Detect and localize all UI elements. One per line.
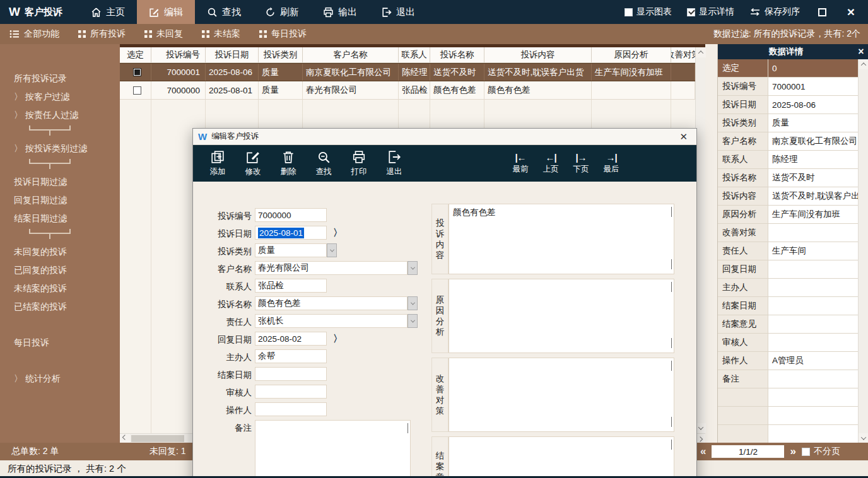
nav-unclosed[interactable]: 未结案 [192, 28, 250, 40]
scroll-down-icon[interactable] [859, 433, 868, 443]
cause-analysis-textarea[interactable] [449, 279, 674, 353]
detail-row[interactable]: 备注 [718, 370, 859, 388]
complaint-no-input[interactable]: 7000000 [255, 208, 327, 222]
detail-row[interactable]: 联系人 陈经理 [718, 151, 859, 169]
responsible-person-dropdown-icon[interactable] [408, 314, 418, 328]
print-button[interactable]: 打印 [344, 150, 373, 177]
scroll-up-icon[interactable] [671, 440, 672, 450]
table-row[interactable]: 7000000 2025-08-01 质量 春光有限公司 张品检 颜色有色差 颜… [120, 81, 695, 100]
find-button[interactable]: 查找 [309, 150, 338, 177]
nav-next-button[interactable]: |→ 下页 [570, 152, 592, 175]
scroll-up-icon[interactable] [671, 361, 672, 371]
modify-button[interactable]: 修改 [238, 150, 267, 177]
reply-date-input[interactable]: 2025-08-02 [255, 332, 327, 346]
menu-output[interactable]: 输出 [311, 0, 369, 24]
detail-row[interactable]: 回复日期 [718, 260, 859, 279]
column-header[interactable]: 投诉内容 [484, 47, 592, 62]
row-select-checkbox[interactable] [133, 86, 141, 95]
dialog-close-icon[interactable]: ✕ [676, 131, 691, 143]
close-button[interactable]: × [844, 5, 858, 19]
sidebar-item[interactable] [0, 228, 120, 243]
sidebar-item[interactable]: 〉 统计分析 [0, 370, 120, 388]
detail-vertical-scrollbar[interactable] [858, 59, 868, 443]
scroll-left-icon[interactable] [120, 434, 130, 443]
complaint-title-dropdown-icon[interactable] [408, 296, 418, 310]
page-prev-icon[interactable]: « [700, 445, 706, 458]
nav-all-complaints[interactable]: 所有投诉 [69, 28, 135, 40]
sidebar-item[interactable]: 结案日期过滤 [0, 209, 120, 228]
detail-row[interactable] [718, 388, 859, 407]
menu-home[interactable]: 主页 [79, 0, 137, 24]
maximize-button[interactable] [815, 5, 829, 19]
complaint-title-input[interactable]: 颜色有色差 [255, 296, 408, 310]
page-next-icon[interactable]: » [790, 445, 795, 458]
detail-row[interactable]: 选定 0 [718, 59, 859, 78]
detail-row[interactable]: 结案日期 [718, 297, 859, 315]
show-chart-checkbox[interactable] [625, 8, 633, 16]
sidebar-item[interactable]: 已回复的投诉 [0, 261, 120, 279]
toggle-show-detail[interactable]: 显示详情 [687, 6, 734, 18]
detail-row[interactable]: 客户名称 南京夏联化工有限公司 [718, 132, 859, 151]
nav-first-button[interactable]: |← 最前 [510, 152, 531, 175]
sidebar-item[interactable]: 〉 按投诉类别过滤 [0, 139, 120, 158]
detail-close-icon[interactable]: × [854, 46, 868, 57]
improvement-textarea[interactable] [449, 358, 674, 432]
exit-button[interactable]: 退出 [380, 150, 409, 177]
no-paging-checkbox[interactable] [802, 448, 810, 456]
remarks-textarea[interactable] [255, 420, 411, 478]
menu-refresh[interactable]: 刷新 [253, 0, 311, 24]
row-select-checkbox[interactable] [133, 68, 141, 76]
no-paging-toggle[interactable]: 不分页 [802, 446, 840, 457]
date-picker-arrow-icon[interactable]: 〉 [333, 227, 343, 239]
detail-row[interactable]: 审核人 [718, 334, 859, 352]
column-header[interactable]: 原因分析 [592, 47, 671, 62]
menu-find[interactable]: 查找 [195, 0, 253, 24]
detail-row[interactable]: 改善对策 [718, 224, 859, 242]
detail-row[interactable]: 责任人 生产车间 [718, 242, 859, 260]
toggle-show-chart[interactable]: 显示图表 [625, 6, 672, 18]
responsible-person-input[interactable]: 张机长 [255, 314, 408, 328]
column-header[interactable]: 改善对策 [671, 47, 695, 62]
menu-exit[interactable]: 退出 [369, 0, 427, 24]
column-header[interactable]: 投诉日期 [206, 47, 259, 62]
show-detail-checkbox[interactable] [687, 8, 695, 16]
close-date-input[interactable] [255, 367, 327, 381]
sidebar-item[interactable]: 〉 按责任人过滤 [0, 106, 120, 124]
detail-row[interactable]: 投诉内容 送货不及时,耽误客户出货 [718, 187, 859, 206]
detail-row[interactable]: 投诉编号 7000001 [718, 78, 859, 96]
detail-row[interactable]: 投诉日期 2025-08-06 [718, 96, 859, 114]
sidebar-item[interactable]: 每日投诉 [0, 334, 120, 352]
date-picker-arrow-icon[interactable]: 〉 [333, 333, 343, 345]
scroll-up-icon[interactable] [408, 424, 408, 433]
sidebar-item[interactable]: 回复日期过滤 [0, 191, 120, 209]
detail-row[interactable]: 主办人 [718, 279, 859, 297]
sidebar-item[interactable] [0, 316, 120, 334]
sidebar-item[interactable] [0, 124, 120, 139]
customer-name-dropdown-icon[interactable] [408, 261, 418, 275]
customer-name-input[interactable]: 春光有限公司 [255, 261, 408, 275]
nav-all-functions[interactable]: 全部功能 [0, 28, 69, 40]
organizer-input[interactable]: 余帮 [255, 349, 327, 363]
scroll-down-icon[interactable] [696, 423, 706, 433]
detail-row[interactable]: 投诉类别 质量 [718, 114, 859, 132]
detail-row[interactable]: 结案意见 [718, 315, 859, 334]
sidebar-item[interactable]: 已结案的投诉 [0, 298, 120, 316]
scroll-up-icon[interactable] [671, 207, 672, 217]
sidebar-item[interactable] [0, 352, 120, 370]
column-header[interactable]: 联系人 [399, 47, 430, 62]
page-indicator[interactable]: 1/1/2 [712, 445, 784, 458]
scroll-up-icon[interactable] [671, 283, 672, 292]
sidebar-item[interactable]: 未回复的投诉 [0, 243, 120, 261]
detail-row[interactable] [718, 425, 859, 443]
nav-last-button[interactable]: →| 最后 [601, 152, 622, 175]
detail-row[interactable]: 投诉名称 送货不及时 [718, 169, 859, 187]
scroll-down-icon[interactable] [671, 339, 672, 348]
detail-row[interactable]: 原因分析 生产车间没有加班 [718, 206, 859, 224]
sidebar-item[interactable]: 未结案的投诉 [0, 279, 120, 298]
save-column-order-button[interactable]: 保存列序 [749, 6, 800, 18]
close-opinion-textarea[interactable] [449, 436, 674, 478]
scroll-up-icon[interactable] [696, 47, 706, 57]
sidebar-item[interactable]: 所有投诉记录 [0, 69, 120, 88]
scroll-down-icon[interactable] [671, 260, 672, 269]
reviewer-input[interactable] [255, 385, 327, 399]
